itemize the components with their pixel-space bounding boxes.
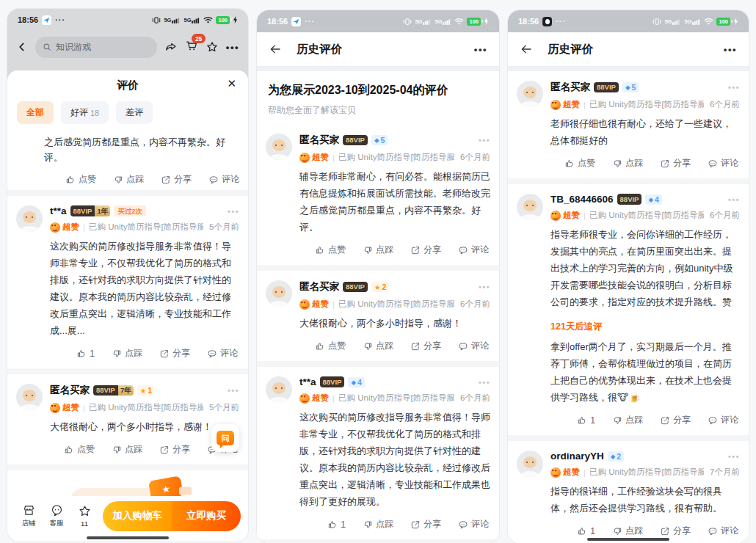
share-button[interactable]: 分享 <box>660 525 691 537</box>
share-icon <box>159 349 170 359</box>
followup-review-text: 拿到offer两个月了，实习期最后一个月。推荐丁师傅，会帮你梳理做过的项目，在简… <box>550 338 740 406</box>
share-icon <box>660 415 670 426</box>
dislike-button[interactable]: 点踩 <box>612 414 643 426</box>
shop-button[interactable]: 店铺 <box>15 503 43 528</box>
ask-floating-button[interactable]: 问 <box>211 424 239 452</box>
purchased-item-label: 已购 Unity简历指导[简历指导服 <box>89 222 203 233</box>
share-button[interactable]: 分享 <box>410 244 441 256</box>
avatar-face <box>272 139 286 151</box>
like-button[interactable]: 1 <box>577 414 595 426</box>
status-time: 18:56 <box>267 17 288 26</box>
gem-badge: 5 <box>622 82 639 92</box>
avatar[interactable] <box>517 194 543 220</box>
dislike-button[interactable]: 点踩 <box>363 244 393 256</box>
comment-button[interactable]: 评论 <box>458 340 489 352</box>
back-icon[interactable] <box>16 41 28 53</box>
status-time: 18:56 <box>518 17 539 26</box>
share-button[interactable]: 分享 <box>660 157 691 170</box>
card-more-icon[interactable]: ••• <box>479 283 490 291</box>
like-button[interactable]: 点赞 <box>315 340 346 352</box>
like-button[interactable]: 点赞 <box>64 443 95 456</box>
back-arrow-icon[interactable] <box>269 43 282 56</box>
avatar[interactable] <box>266 376 292 403</box>
comment-button[interactable]: 评论 <box>458 518 489 531</box>
avatar[interactable] <box>517 451 543 477</box>
share-button[interactable]: 分享 <box>660 414 691 426</box>
tab-positive[interactable]: 好评18 <box>61 101 109 124</box>
dislike-button[interactable]: 点踩 <box>112 443 142 456</box>
like-button[interactable]: 点赞 <box>564 157 595 170</box>
more-menu-icon[interactable]: ••• <box>724 44 737 55</box>
close-icon[interactable]: ✕ <box>227 77 236 90</box>
like-button[interactable]: 1 <box>76 347 95 360</box>
thumb-down-icon <box>363 245 373 255</box>
like-button[interactable]: 点赞 <box>65 173 96 186</box>
divider <box>508 178 749 184</box>
like-button[interactable]: 1 <box>327 518 346 531</box>
status-icons: 5G 5G 100 <box>152 16 238 24</box>
share-forward-icon[interactable] <box>164 40 178 54</box>
purchased-item-label: 已购 Unity简历指导[简历指导服 <box>338 152 454 163</box>
more-menu-icon[interactable]: ••• <box>226 42 239 53</box>
comment-button[interactable]: 评论 <box>208 173 239 186</box>
like-button[interactable]: 1 <box>577 525 595 537</box>
review-time: 5个月前 <box>209 222 239 233</box>
favorite-star-icon[interactable] <box>206 40 219 54</box>
dislike-button[interactable]: 点踩 <box>363 518 393 531</box>
praise-label: 超赞 <box>312 299 329 310</box>
customer-service-button[interactable]: 客服 <box>43 503 70 528</box>
more-menu-icon[interactable]: ••• <box>474 44 487 55</box>
card-more-icon[interactable]: ••• <box>728 195 740 204</box>
avatar[interactable] <box>266 134 292 160</box>
thumb-down-icon <box>612 526 622 536</box>
tab-all[interactable]: 全部 <box>17 101 54 124</box>
buy-now-button[interactable]: 立即购买 <box>172 501 241 531</box>
card-more-icon[interactable]: ••• <box>228 386 239 395</box>
star-icon <box>78 504 92 518</box>
avatar[interactable] <box>16 384 43 410</box>
share-button[interactable]: 分享 <box>410 340 441 352</box>
like-button[interactable]: 点赞 <box>315 244 346 256</box>
avatar[interactable] <box>16 205 43 232</box>
dislike-button[interactable]: 点踩 <box>113 173 144 186</box>
thumb-down-icon <box>113 175 123 185</box>
back-arrow-icon[interactable] <box>520 43 533 56</box>
add-to-cart-button[interactable]: 加入购物车 <box>103 501 172 531</box>
comment-button[interactable]: 评论 <box>708 525 738 537</box>
praise-label: 超赞 <box>62 402 79 413</box>
comment-button[interactable]: 评论 <box>207 347 238 360</box>
praise-label: 超赞 <box>312 393 329 404</box>
avatar[interactable] <box>266 280 292 307</box>
dislike-button[interactable]: 点踩 <box>112 347 142 360</box>
card-more-icon[interactable]: ••• <box>728 452 740 461</box>
cart-button[interactable]: 25 <box>185 39 198 55</box>
battery-icon: 100 <box>716 18 730 26</box>
search-input[interactable]: 知识游戏 <box>35 37 157 58</box>
reviewer-name: 匿名买家 <box>299 134 339 147</box>
share-button[interactable]: 分享 <box>159 443 190 456</box>
separator: | <box>584 468 586 477</box>
share-button[interactable]: 分享 <box>159 347 190 360</box>
avatar[interactable] <box>517 81 543 107</box>
thumb-up-icon <box>64 445 74 455</box>
share-button[interactable]: 分享 <box>410 518 441 531</box>
card-more-icon[interactable]: ••• <box>228 207 239 216</box>
purchased-item-label: 已购 Unity简历指导[简历指导服 <box>589 210 704 221</box>
praise-label: 超赞 <box>563 467 580 478</box>
share-button[interactable]: 分享 <box>161 173 192 186</box>
comment-button[interactable]: 评论 <box>708 414 738 426</box>
card-more-icon[interactable]: ••• <box>728 83 740 92</box>
dislike-button[interactable]: 点踩 <box>612 525 643 537</box>
purchased-item-label: 已购 Unity简历指导[简历指导服 <box>589 467 704 478</box>
avatar-face <box>23 390 36 401</box>
card-more-icon[interactable]: ••• <box>479 378 490 387</box>
comment-button[interactable]: 评论 <box>458 244 489 256</box>
divider <box>7 190 248 196</box>
dislike-button[interactable]: 点踩 <box>612 157 643 170</box>
tab-negative[interactable]: 差评 <box>116 101 153 124</box>
card-more-icon[interactable]: ••• <box>479 136 490 145</box>
comment-button[interactable]: 评论 <box>708 157 738 170</box>
dislike-button[interactable]: 点踩 <box>363 340 393 352</box>
favorite-count-button[interactable]: 11 <box>70 504 98 528</box>
history-subtitle: 帮助您全面了解该宝贝 <box>268 104 488 117</box>
